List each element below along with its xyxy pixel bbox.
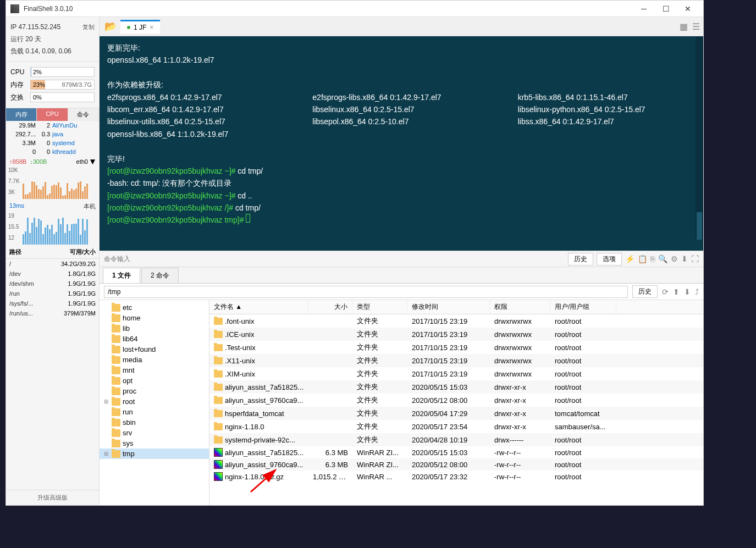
close-button[interactable]: ✕ [677, 1, 699, 16]
folder-icon [112, 377, 120, 385]
folder-icon [112, 367, 120, 374]
close-tab-icon[interactable]: × [150, 24, 153, 31]
tree-node[interactable]: ⊞tmp [100, 449, 209, 459]
disk-row[interactable]: /sys/fs/...1.9G/1.9G [6, 298, 99, 308]
tree-node[interactable]: run [100, 407, 209, 417]
folder-icon [112, 398, 120, 406]
upload-file-icon[interactable]: ⤴ [695, 287, 699, 296]
col-user[interactable]: 用户/用户组 [550, 300, 616, 314]
terminal-scrollbar[interactable] [696, 36, 703, 240]
tree-node[interactable]: etc [100, 302, 209, 313]
content-area: 📂 1 JF× ▦ ☰ 更新完毕: openssl.x86_64 1:1.0.2… [100, 17, 703, 505]
proc-cmd-hdr[interactable]: 命令 [68, 108, 99, 121]
copy-button[interactable]: 复制 [82, 23, 95, 31]
open-folder-icon[interactable]: 📂 [103, 20, 118, 33]
tree-node[interactable]: sys [100, 438, 209, 449]
net-interface[interactable]: eth0 ⯆ [76, 158, 96, 165]
tree-node[interactable]: opt [100, 375, 209, 386]
col-name[interactable]: 文件名 ▲ [209, 300, 308, 314]
file-row[interactable]: .ICE-unix文件夹2017/10/15 23:19drwxrwxrwxro… [209, 328, 703, 341]
maximize-button[interactable]: ☐ [655, 1, 677, 16]
process-row[interactable]: 3.3M0systemd [6, 139, 99, 147]
proc-cpu-hdr[interactable]: CPU [37, 108, 68, 121]
fullscreen-icon[interactable]: ⛶ [691, 254, 699, 263]
disk-path-hdr: 路径 [9, 248, 48, 256]
tree-node[interactable]: ⊞root [100, 396, 209, 407]
tree-node[interactable]: lost+found [100, 344, 209, 355]
upgrade-link[interactable]: 升级高级版 [6, 490, 99, 505]
command-input[interactable] [104, 255, 565, 263]
session-tab[interactable]: 1 JF× [120, 20, 160, 34]
process-row[interactable]: 00kthreadd [6, 147, 99, 156]
disk-row[interactable]: /dev/shm1.9G/1.9G [6, 279, 99, 289]
tree-node[interactable]: proc [100, 386, 209, 396]
options-button[interactable]: 选项 [597, 253, 622, 265]
tree-node[interactable]: home [100, 313, 209, 323]
process-row[interactable]: 29.9M2AliYunDu [6, 121, 99, 130]
file-row[interactable]: .XIM-unix文件夹2017/10/15 23:19drwxrwxrwxro… [209, 367, 703, 380]
file-row[interactable]: nginx-1.18.0文件夹2020/05/17 23:54drwxr-xr-… [209, 420, 703, 433]
menu-icon[interactable]: ☰ [692, 21, 700, 32]
disk-row[interactable]: /run/us...379M/379M [6, 308, 99, 318]
bottom-panel: 1 文件 2 命令 历史 ⟳ ⬆ ⬇ ⤴ etchomeliblib64lost… [100, 267, 703, 505]
folder-icon [112, 450, 120, 458]
col-size[interactable]: 大小 [308, 300, 352, 314]
titlebar: FinalShell 3.0.10 ─ ☐ ✕ [6, 1, 703, 17]
tree-node[interactable]: mnt [100, 365, 209, 375]
tree-node[interactable]: media [100, 355, 209, 365]
file-row[interactable]: aliyun_assist_9760ca9...6.3 MBWinRAR ZI.… [209, 458, 703, 470]
folder-icon [112, 408, 120, 416]
app-window: FinalShell 3.0.10 ─ ☐ ✕ IP 47.115.52.245… [5, 0, 704, 506]
tree-node[interactable]: srv [100, 428, 209, 438]
col-mtime[interactable]: 修改时间 [407, 300, 490, 314]
tree-node[interactable]: sbin [100, 417, 209, 428]
col-perm[interactable]: 权限 [490, 300, 550, 314]
folder-icon [112, 314, 120, 322]
directory-tree[interactable]: etchomeliblib64lost+foundmediamntoptproc… [100, 300, 209, 505]
file-row[interactable]: .Test-unix文件夹2017/10/15 23:19drwxrwxrwxr… [209, 341, 703, 354]
download-file-icon[interactable]: ⬇ [684, 287, 691, 296]
search-icon[interactable]: 🔍 [658, 254, 667, 263]
process-row[interactable]: 292.7...0.3java [6, 130, 99, 139]
download-icon[interactable]: ⬇ [681, 254, 688, 263]
folder-icon [214, 357, 223, 364]
copy-icon[interactable]: ⎘ [650, 254, 655, 263]
file-row[interactable]: hsperfdata_tomcat文件夹2020/05/04 17:29drwx… [209, 407, 703, 420]
disk-row[interactable]: /dev1.8G/1.8G [6, 269, 99, 279]
file-row[interactable]: aliyun_assist_7a51825...6.3 MBWinRAR ZI.… [209, 446, 703, 458]
path-history-button[interactable]: 历史 [632, 285, 658, 298]
file-row[interactable]: .X11-unix文件夹2017/10/15 23:19drwxrwxrwxro… [209, 354, 703, 367]
proc-mem-hdr[interactable]: 内存 [6, 108, 37, 121]
status-dot-icon [127, 26, 130, 29]
ping-host[interactable]: 本机 [84, 202, 96, 211]
disk-row[interactable]: /34.2G/39.2G [6, 259, 99, 269]
tab-commands[interactable]: 2 命令 [141, 268, 179, 283]
path-input[interactable] [104, 286, 628, 298]
folder-icon [112, 325, 120, 333]
gear-icon[interactable]: ⚙ [671, 254, 678, 263]
tree-node[interactable]: lib64 [100, 334, 209, 344]
file-row[interactable]: aliyun_assist_7a51825...文件夹2020/05/15 15… [209, 380, 703, 394]
tab-files[interactable]: 1 文件 [103, 268, 140, 283]
grid-view-icon[interactable]: ▦ [680, 21, 688, 32]
app-title: FinalShell 3.0.10 [24, 5, 633, 13]
minimize-button[interactable]: ─ [633, 1, 655, 16]
history-button[interactable]: 历史 [568, 253, 593, 265]
file-row[interactable]: aliyun_assist_9760ca9...文件夹2020/05/12 08… [209, 394, 703, 407]
tree-node[interactable]: lib [100, 323, 209, 334]
ip-label: IP 47.115.52.245 [10, 23, 60, 31]
disk-row[interactable]: /run1.9G/1.9G [6, 289, 99, 298]
file-list[interactable]: 文件名 ▲ 大小 类型 修改时间 权限 用户/用户组 .font-unix文件夹… [209, 300, 703, 505]
refresh-icon[interactable]: ⟳ [662, 287, 669, 296]
file-row[interactable]: systemd-private-92c...文件夹2020/04/28 10:1… [209, 433, 703, 446]
cpu-bar: 2% [30, 67, 95, 77]
col-type[interactable]: 类型 [352, 300, 407, 314]
upload-icon[interactable]: ⬆ [673, 287, 680, 296]
file-row[interactable]: .font-unix文件夹2017/10/15 23:19drwxrwxrwxr… [209, 314, 703, 328]
net-download: ↓300B [30, 158, 47, 165]
terminal[interactable]: 更新完毕: openssl.x86_64 1:1.0.2k-19.el7 作为依… [100, 36, 703, 251]
file-row[interactable]: nginx-1.18.0.tar.gz1,015.2 KBWinRAR ...2… [209, 470, 703, 483]
network-row: ↑858B ↓300B eth0 ⯆ [6, 156, 99, 167]
bolt-icon[interactable]: ⚡ [625, 254, 634, 263]
clipboard-icon[interactable]: 📋 [638, 254, 647, 263]
